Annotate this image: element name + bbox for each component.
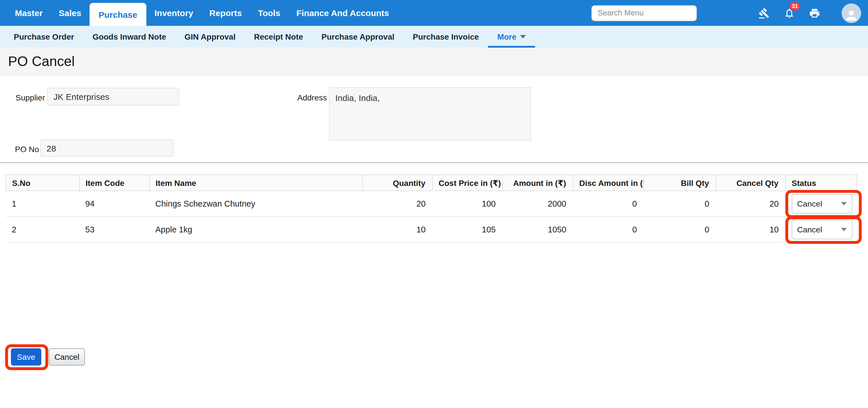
po-items-table: S.No Item Code Item Name Quantity Cost P…: [6, 175, 857, 243]
title-bar: PO Cancel: [0, 48, 868, 76]
cell-sno: 2: [6, 217, 80, 243]
status-select[interactable]: Cancel: [792, 220, 852, 239]
status-select-value: Cancel: [797, 225, 822, 234]
chevron-down-icon: [520, 35, 526, 38]
nav-item-finance-and-accounts[interactable]: Finance And Accounts: [288, 0, 397, 26]
supplier-label: Supplier: [16, 93, 45, 102]
cell-sno: 1: [6, 191, 80, 217]
cell-quantity: 20: [363, 191, 433, 217]
search-box: [591, 5, 697, 21]
cancel-button[interactable]: Cancel: [49, 348, 85, 366]
nav-item-master[interactable]: Master: [7, 0, 51, 26]
col-header-quantity: Quantity: [363, 175, 433, 191]
page-title: PO Cancel: [8, 53, 74, 69]
cell-cost-price: 105: [433, 217, 503, 243]
cell-cancel-qty: 20: [716, 191, 786, 217]
table-header-row: S.No Item Code Item Name Quantity Cost P…: [6, 175, 857, 191]
cell-amount: 1050: [503, 217, 573, 243]
table-row: 2 53 Apple 1kg 10 105 1050 0 0 10 Cancel: [6, 217, 857, 243]
section-divider: [0, 162, 868, 163]
print-icon[interactable]: [808, 7, 821, 19]
cell-bill-qty: 0: [644, 191, 716, 217]
col-header-cancel-qty: Cancel Qty: [716, 175, 786, 191]
cell-item-code: 94: [80, 191, 150, 217]
po-no-label: PO No: [15, 145, 39, 154]
po-no-input[interactable]: [40, 139, 174, 157]
col-header-bill-qty: Bill Qty: [644, 175, 716, 191]
col-header-item-name: Item Name: [150, 175, 363, 191]
notifications-bell-icon[interactable]: 31: [783, 7, 796, 19]
cell-status: Cancel: [786, 191, 857, 217]
cell-item-name: Apple 1kg: [150, 217, 363, 243]
subnav-more-label: More: [497, 32, 516, 41]
cell-cancel-qty: 10: [716, 217, 786, 243]
search-input[interactable]: [591, 5, 697, 21]
header-icons: 31: [758, 3, 861, 23]
address-textarea[interactable]: India, India,: [329, 87, 531, 140]
cell-disc-amount: 0: [573, 217, 644, 243]
main-menu: Master Sales Purchase Inventory Reports …: [7, 0, 397, 26]
gavel-icon[interactable]: [758, 7, 770, 19]
col-header-item-code: Item Code: [80, 175, 150, 191]
subnav-item-purchase-invoice[interactable]: Purchase Invoice: [404, 26, 488, 48]
col-header-sno: S.No: [6, 175, 80, 191]
status-select[interactable]: Cancel: [792, 194, 852, 214]
nav-item-reports[interactable]: Reports: [201, 0, 250, 26]
nav-item-sales[interactable]: Sales: [51, 0, 89, 26]
cell-quantity: 10: [363, 217, 433, 243]
cell-cost-price: 100: [433, 191, 503, 217]
status-select-value: Cancel: [797, 199, 822, 208]
top-navbar: Master Sales Purchase Inventory Reports …: [0, 0, 868, 26]
subnav-item-more[interactable]: More: [488, 26, 535, 48]
subnav-item-purchase-approval[interactable]: Purchase Approval: [312, 26, 404, 48]
supplier-input[interactable]: [47, 88, 179, 105]
cell-item-code: 53: [80, 217, 150, 243]
notification-badge: 31: [789, 2, 800, 10]
col-header-status: Status: [786, 175, 857, 191]
app-root: Master Sales Purchase Inventory Reports …: [0, 0, 868, 408]
cell-disc-amount: 0: [573, 191, 644, 217]
nav-item-inventory[interactable]: Inventory: [146, 0, 201, 26]
subnav-item-goods-inward-note[interactable]: Goods Inward Note: [83, 26, 175, 48]
nav-item-tools[interactable]: Tools: [250, 0, 288, 26]
cell-status: Cancel: [786, 217, 857, 243]
col-header-amount: Amount in (₹): [503, 175, 573, 191]
nav-item-purchase[interactable]: Purchase: [89, 3, 146, 26]
subnav-item-receipt-note[interactable]: Receipt Note: [245, 26, 312, 48]
chevron-down-icon: [841, 202, 846, 206]
user-avatar[interactable]: [842, 3, 861, 23]
save-button[interactable]: Save: [11, 348, 41, 366]
cell-bill-qty: 0: [644, 217, 716, 243]
subnav-item-purchase-order[interactable]: Purchase Order: [5, 26, 83, 48]
cell-amount: 2000: [503, 191, 573, 217]
col-header-cost-price: Cost Price in (₹): [433, 175, 503, 191]
subnav-item-gin-approval[interactable]: GIN Approval: [175, 26, 245, 48]
chevron-down-icon: [841, 228, 846, 231]
table-row: 1 94 Chings Schezwan Chutney 20 100 2000…: [6, 191, 857, 217]
col-header-disc-amount: Disc Amount in (₹): [573, 175, 644, 191]
cell-item-name: Chings Schezwan Chutney: [150, 191, 363, 217]
address-label: Address: [298, 93, 327, 102]
purchase-subnav: Purchase Order Goods Inward Note GIN App…: [0, 26, 868, 48]
